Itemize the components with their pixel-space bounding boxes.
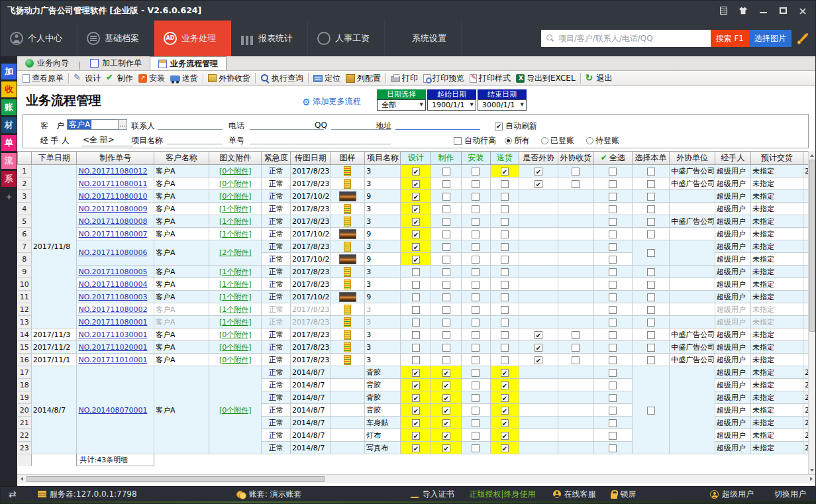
nav-item-archive[interactable]: 基础档案 [77, 21, 154, 56]
row-number[interactable]: 21 [18, 417, 32, 429]
row-number[interactable]: 17 [18, 366, 32, 379]
checkbox-design[interactable]: ✔ [412, 369, 420, 377]
tab-grid[interactable]: 业务流程管理 [150, 56, 227, 70]
sample-thumbnail-doc[interactable] [344, 330, 351, 340]
checkbox-install[interactable] [472, 407, 480, 415]
order-no-link[interactable]: NO.201711080008 [78, 217, 147, 226]
sample-thumbnail-doc[interactable] [344, 305, 351, 315]
checkbox-design[interactable]: ✔ [412, 432, 420, 440]
checkbox-design[interactable]: ✔ [412, 243, 420, 251]
order-no-link[interactable]: NO.201711080010 [78, 192, 147, 201]
checkbox-install[interactable] [472, 394, 480, 402]
checkbox-make[interactable] [442, 356, 450, 364]
toolbar-button-exit[interactable]: 退出 [583, 72, 615, 85]
checkbox-select_all[interactable] [609, 281, 617, 289]
checkbox-select_one[interactable] [647, 319, 655, 327]
handler-input[interactable]: <全 部> [81, 134, 133, 146]
toolbar-button-preview[interactable]: 打印预览 [421, 72, 467, 85]
checkbox-install[interactable] [472, 432, 480, 440]
checkbox-out_recv[interactable] [572, 356, 580, 364]
sample-thumbnail-doc[interactable] [344, 166, 351, 176]
sample-thumbnail-photo[interactable] [339, 292, 356, 302]
column-header-thumb[interactable]: 图样 [331, 152, 365, 165]
row-number[interactable]: 4 [18, 203, 32, 215]
checkbox-deliver[interactable]: ✔ [501, 419, 509, 427]
search-button[interactable]: 搜索 F1 [711, 30, 749, 47]
checkbox-select_one[interactable] [647, 230, 655, 238]
checkbox-install[interactable] [472, 306, 480, 314]
checkbox-deliver[interactable] [501, 243, 509, 251]
checkbox-install[interactable] [472, 331, 480, 339]
attachment-link[interactable]: [1个附件] [219, 217, 252, 226]
attachment-link[interactable]: [0个附件] [219, 343, 252, 352]
checkbox-design[interactable]: ✔ [412, 193, 420, 201]
date-filter-dropdown[interactable]: 3000/1/1▼ [478, 99, 527, 111]
checkbox-make[interactable]: ✔ [442, 394, 450, 402]
order-no-link[interactable]: NO.201711080005 [78, 268, 147, 276]
checkbox-design[interactable]: ✔ [412, 168, 420, 176]
nav-item-gear[interactable]: 系统设置 [385, 21, 462, 56]
checkbox-make[interactable] [442, 180, 450, 188]
tab-sheet[interactable]: 加工制作单 [82, 56, 150, 70]
checkbox-outsource[interactable]: ✔ [535, 356, 542, 364]
column-header-design[interactable]: 设计 [401, 152, 431, 165]
attachment-link[interactable]: [0个附件] [219, 179, 252, 188]
checkbox-select_all[interactable] [609, 331, 617, 339]
sidebar-tab-6[interactable]: 流 [1, 153, 17, 169]
checkbox-make[interactable] [442, 344, 450, 352]
checkbox-select_one[interactable] [647, 249, 655, 257]
checkbox-make[interactable] [442, 230, 450, 238]
sample-thumbnail-doc[interactable] [344, 355, 351, 365]
order-no-link[interactable]: NO.201711080003 [78, 293, 147, 301]
checkbox-design[interactable] [412, 344, 420, 352]
row-number[interactable]: 9 [18, 266, 32, 278]
checkbox-design[interactable]: ✔ [412, 180, 420, 188]
horizontal-scroll-thumb[interactable] [26, 476, 325, 482]
checkbox-deliver[interactable] [501, 218, 509, 226]
checkbox-select_all[interactable] [609, 205, 617, 213]
toolbar-button-cols[interactable]: 列配置 [343, 72, 383, 85]
checkbox-make[interactable] [442, 205, 450, 213]
sample-thumbnail-photo[interactable] [339, 229, 356, 239]
checkbox-deliver[interactable] [501, 319, 509, 327]
checkbox-outsource[interactable]: ✔ [535, 331, 542, 339]
checkbox-select_all[interactable] [609, 432, 617, 440]
checkbox-install[interactable] [472, 230, 480, 238]
checkbox-out_recv[interactable] [572, 331, 580, 339]
toolbar-button-design[interactable]: 设计 [71, 72, 103, 85]
checkbox-select_one[interactable] [647, 205, 655, 213]
checkbox-design[interactable] [412, 293, 420, 301]
checkbox-select_one[interactable] [647, 344, 655, 352]
checkbox-select_one[interactable] [647, 293, 655, 301]
checkbox-select_one[interactable] [647, 193, 655, 201]
row-number[interactable]: 6 [18, 228, 32, 240]
row-number[interactable]: 15 [18, 341, 32, 354]
phone-input[interactable] [250, 121, 324, 130]
checkbox-make[interactable] [442, 293, 450, 301]
maximize-button[interactable] [774, 5, 791, 17]
status-import[interactable]: 导入证书 [411, 489, 454, 500]
checkbox-install[interactable] [472, 193, 480, 201]
column-header-attachment[interactable]: 图文附件 [209, 152, 262, 165]
checkbox-install[interactable] [472, 293, 480, 301]
sample-thumbnail-doc[interactable] [344, 179, 351, 189]
checkbox-deliver[interactable]: ✔ [501, 407, 509, 415]
checkbox-select_all[interactable] [609, 268, 617, 276]
checkbox-select_one[interactable] [647, 180, 655, 188]
row-number[interactable]: 10 [18, 278, 32, 291]
checkbox-select_all[interactable] [609, 180, 617, 188]
column-header-out_company[interactable]: 外协单位 [670, 152, 715, 165]
pages-button[interactable] [715, 5, 732, 17]
checkbox-install[interactable] [472, 381, 480, 389]
search-input[interactable] [541, 30, 711, 47]
checkbox-select_all[interactable] [609, 168, 617, 176]
checkbox-out_recv[interactable] [572, 180, 580, 188]
sidebar-tab-3[interactable]: 账 [1, 99, 17, 115]
checkbox-select_all[interactable] [609, 407, 617, 415]
checkbox-select_all[interactable] [609, 306, 617, 314]
checkbox-deliver[interactable]: ✔ [501, 444, 509, 452]
checkbox-deliver[interactable] [501, 306, 509, 314]
status-lock[interactable]: 锁屏 [611, 489, 637, 500]
scroll-left-arrow[interactable] [17, 475, 26, 483]
radio-pending[interactable]: 待登账 [586, 135, 619, 146]
